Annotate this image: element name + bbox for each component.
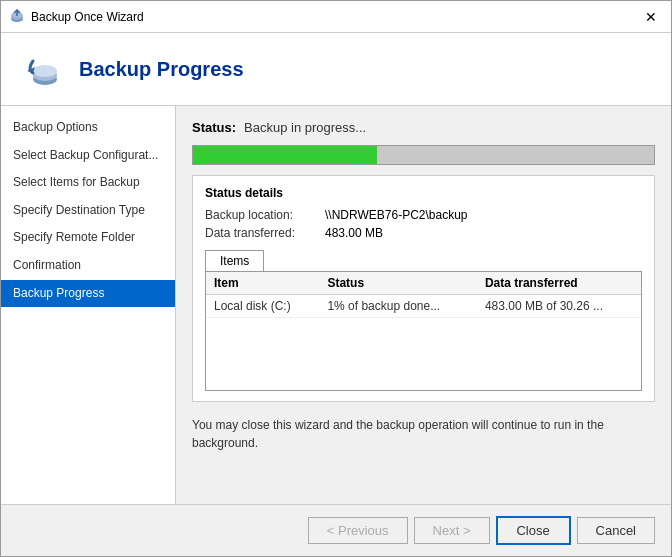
col-item: Item xyxy=(206,272,319,295)
sidebar: Backup Options Select Backup Configurat.… xyxy=(1,106,176,504)
items-tab-area: Items xyxy=(205,250,264,271)
data-transferred-row: Data transferred: 483.00 MB xyxy=(205,226,642,240)
row-status: 1% of backup done... xyxy=(319,295,477,318)
sidebar-item-backup-options[interactable]: Backup Options xyxy=(1,114,175,142)
sidebar-item-confirmation[interactable]: Confirmation xyxy=(1,252,175,280)
sidebar-item-remote-folder[interactable]: Specify Remote Folder xyxy=(1,224,175,252)
window-close-button[interactable]: ✕ xyxy=(639,6,663,28)
status-label: Status: xyxy=(192,120,236,135)
sidebar-item-select-config[interactable]: Select Backup Configurat... xyxy=(1,142,175,170)
data-transferred-value: 483.00 MB xyxy=(325,226,383,240)
close-button[interactable]: Close xyxy=(496,516,571,545)
status-value: Backup in progress... xyxy=(244,120,366,135)
status-details-box: Status details Backup location: \\NDRWEB… xyxy=(192,175,655,402)
progress-bar-fill xyxy=(193,146,377,164)
footer-note: You may close this wizard and the backup… xyxy=(192,416,655,452)
main-content: Status: Backup in progress... Status det… xyxy=(176,106,671,504)
progress-bar xyxy=(192,145,655,165)
cancel-button[interactable]: Cancel xyxy=(577,517,655,544)
items-table: Item Status Data transferred Local disk … xyxy=(206,272,641,318)
app-icon xyxy=(9,9,25,25)
previous-button[interactable]: < Previous xyxy=(308,517,408,544)
page-title: Backup Progress xyxy=(79,58,244,81)
content-area: Backup Options Select Backup Configurat.… xyxy=(1,106,671,504)
sidebar-item-destination-type[interactable]: Specify Destination Type xyxy=(1,197,175,225)
table-header-row: Item Status Data transferred xyxy=(206,272,641,295)
backup-location-row: Backup location: \\NDRWEB76-PC2\backup xyxy=(205,208,642,222)
main-window: Backup Once Wizard ✕ Backup Progress Bac… xyxy=(0,0,672,557)
backup-location-label: Backup location: xyxy=(205,208,325,222)
sidebar-item-backup-progress[interactable]: Backup Progress xyxy=(1,280,175,308)
bottom-bar: < Previous Next > Close Cancel xyxy=(1,504,671,556)
col-status: Status xyxy=(319,272,477,295)
status-details-title: Status details xyxy=(205,186,642,200)
title-bar: Backup Once Wizard ✕ xyxy=(1,1,671,33)
col-data-transferred: Data transferred xyxy=(477,272,641,295)
items-tab-button[interactable]: Items xyxy=(205,250,264,271)
data-transferred-label: Data transferred: xyxy=(205,226,325,240)
backup-location-value: \\NDRWEB76-PC2\backup xyxy=(325,208,468,222)
row-data-transferred: 483.00 MB of 30.26 ... xyxy=(477,295,641,318)
status-row: Status: Backup in progress... xyxy=(192,120,655,135)
title-bar-text: Backup Once Wizard xyxy=(31,10,144,24)
header-icon xyxy=(17,45,65,93)
sidebar-item-select-items[interactable]: Select Items for Backup xyxy=(1,169,175,197)
items-table-container: Item Status Data transferred Local disk … xyxy=(205,271,642,391)
table-row: Local disk (C:) 1% of backup done... 483… xyxy=(206,295,641,318)
svg-point-6 xyxy=(33,65,57,77)
row-item: Local disk (C:) xyxy=(206,295,319,318)
next-button[interactable]: Next > xyxy=(414,517,490,544)
title-bar-left: Backup Once Wizard xyxy=(9,9,144,25)
header: Backup Progress xyxy=(1,33,671,106)
